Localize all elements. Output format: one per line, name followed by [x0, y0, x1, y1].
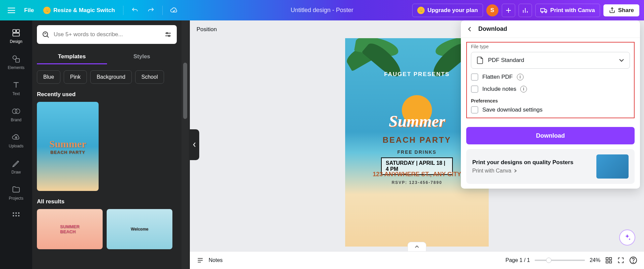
zoom-value[interactable]: 24%	[590, 257, 600, 263]
svg-rect-37	[606, 258, 608, 260]
checkbox[interactable]	[471, 85, 478, 93]
sidebar-item-draw[interactable]: Draw	[0, 154, 32, 180]
notes-button[interactable]: Notes	[209, 257, 223, 263]
position-button[interactable]: Position	[197, 26, 217, 33]
include-notes-label: Include notes	[482, 86, 516, 92]
svg-rect-12	[13, 29, 16, 32]
flatten-label: Flatten PDF	[482, 74, 513, 80]
svg-rect-38	[609, 258, 611, 260]
sparkle-icon	[623, 233, 631, 242]
page-indicator[interactable]: Page 1 / 1	[505, 257, 530, 263]
upgrade-button[interactable]: 👑 Upgrade your plan	[412, 4, 483, 17]
redo-icon[interactable]	[144, 4, 158, 17]
menu-icon[interactable]	[5, 4, 18, 17]
magic-fab[interactable]	[619, 229, 635, 246]
undo-icon[interactable]	[128, 4, 142, 17]
file-type-label: File type	[471, 44, 630, 49]
sidebar-item-text[interactable]: Text	[0, 75, 32, 102]
vertical-sidebar: Design Elements Text Brand Uploads Draw …	[0, 20, 32, 269]
sidebar-item-label: Design	[10, 39, 22, 44]
file-button[interactable]: File	[21, 5, 37, 16]
svg-point-33	[168, 35, 170, 37]
sidebar-item-uploads[interactable]: Uploads	[0, 128, 32, 154]
sidebar-item-label: Text	[12, 91, 20, 96]
chip-background[interactable]: Background	[90, 70, 131, 84]
share-button[interactable]: Share	[603, 4, 639, 16]
search-box	[37, 25, 177, 44]
svg-rect-40	[609, 261, 611, 263]
panel-collapse-button[interactable]	[190, 129, 199, 160]
checkbox[interactable]	[471, 73, 478, 81]
share-icon	[609, 7, 615, 14]
svg-rect-25	[13, 215, 14, 216]
tab-styles[interactable]: Styles	[107, 50, 177, 64]
sidebar-item-label: Uploads	[9, 144, 23, 148]
upgrade-label: Upgrade your plan	[427, 7, 478, 14]
sidebar-item-label: Elements	[8, 65, 24, 70]
document-title[interactable]: Untitled design - Poster	[290, 7, 353, 14]
svg-rect-8	[540, 8, 544, 11]
chip-school[interactable]: School	[135, 70, 164, 84]
checkbox[interactable]	[471, 106, 478, 114]
grid-view-icon[interactable]	[605, 257, 612, 264]
search-icon	[42, 30, 50, 39]
highlighted-settings-box: File type PDF Standard Flatten PDF i Inc…	[466, 42, 635, 118]
sidebar-item-label: Draw	[11, 170, 21, 175]
fullscreen-icon[interactable]	[617, 257, 625, 264]
svg-line-29	[47, 36, 49, 38]
print-promo-card[interactable]: Print your designs on quality Posters Pr…	[466, 149, 635, 184]
sidebar-item-projects[interactable]: Projects	[0, 180, 32, 206]
design-panel: Templates Styles Blue Pink Background Sc…	[32, 20, 190, 269]
resize-magic-button[interactable]: 👑 Resize & Magic Switch	[40, 5, 118, 16]
grid-icon	[12, 28, 20, 37]
zoom-slider[interactable]	[535, 260, 585, 261]
info-icon[interactable]: i	[517, 74, 524, 80]
sidebar-item-design[interactable]: Design	[0, 23, 32, 49]
svg-rect-26	[15, 215, 17, 216]
include-notes-row[interactable]: Include notes i	[471, 85, 630, 93]
resize-label: Resize & Magic Switch	[53, 7, 115, 14]
sidebar-item-elements[interactable]: Elements	[0, 49, 32, 75]
all-results-heading: All results	[37, 198, 177, 205]
avatar[interactable]: S	[486, 4, 498, 16]
chip-blue[interactable]: Blue	[37, 70, 60, 84]
file-type-select[interactable]: PDF Standard	[471, 52, 630, 69]
file-type-value: PDF Standard	[488, 57, 524, 64]
template-thumbnail[interactable]: Welcome	[107, 209, 172, 249]
print-with-canva-button[interactable]: Print with Canva	[535, 4, 600, 17]
flatten-pdf-row[interactable]: Flatten PDF i	[471, 73, 630, 81]
back-icon[interactable]	[467, 26, 472, 32]
help-icon[interactable]	[629, 256, 637, 264]
svg-rect-16	[16, 59, 19, 62]
page-up-button[interactable]	[408, 242, 426, 251]
template-thumbnail[interactable]: Summer BEACH PARTY	[37, 102, 99, 191]
svg-point-28	[43, 32, 48, 37]
share-label: Share	[618, 7, 634, 14]
scrollbar-thumb[interactable]	[183, 63, 187, 119]
notes-icon	[197, 257, 204, 264]
panel-scrollbar[interactable]	[181, 20, 189, 269]
info-icon[interactable]: i	[520, 86, 527, 92]
save-settings-row[interactable]: Save download settings	[471, 106, 630, 114]
add-member-icon[interactable]	[502, 4, 515, 17]
filter-chips: Blue Pink Background School	[37, 70, 177, 84]
svg-rect-13	[16, 29, 19, 32]
tab-templates[interactable]: Templates	[37, 50, 107, 64]
chip-pink[interactable]: Pink	[64, 70, 87, 84]
print-card-subtitle: Print with Canva	[472, 168, 592, 174]
insights-icon[interactable]	[519, 4, 532, 17]
divider	[123, 6, 123, 15]
template-thumbnail[interactable]: SUMMERBEACH	[37, 209, 103, 249]
cloud-sync-icon[interactable]	[167, 4, 181, 17]
settings-sliders-icon[interactable]	[164, 30, 172, 39]
zoom-thumb[interactable]	[546, 258, 551, 263]
svg-point-10	[545, 11, 546, 13]
search-input[interactable]	[54, 31, 160, 38]
chevron-up-icon	[415, 245, 419, 249]
svg-rect-24	[18, 212, 19, 214]
canvas-bottom-bar: Notes Page 1 / 1 24%	[190, 251, 644, 269]
download-button[interactable]: Download	[466, 127, 635, 144]
sidebar-item-apps[interactable]	[0, 206, 32, 225]
download-title: Download	[478, 25, 507, 32]
sidebar-item-brand[interactable]: Brand	[0, 102, 32, 128]
